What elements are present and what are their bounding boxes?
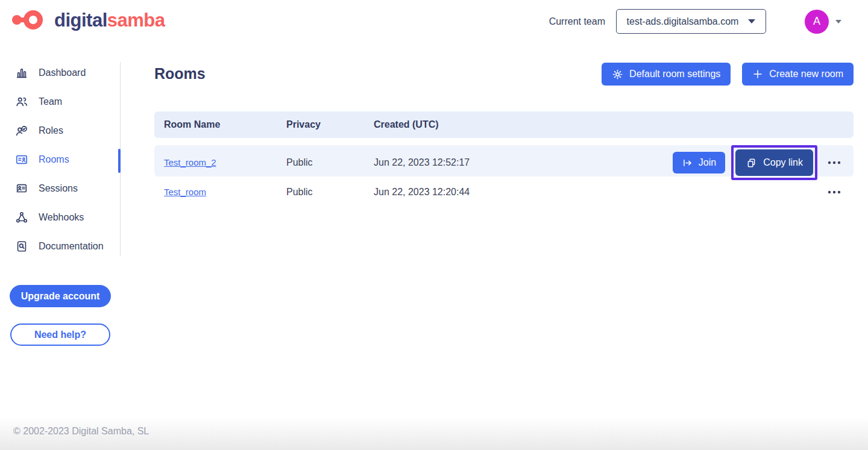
current-team-label: Current team xyxy=(549,16,605,27)
room-name-link[interactable]: Test_room_2 xyxy=(164,157,216,167)
copy-link-button-label: Copy link xyxy=(763,157,803,168)
page-action-buttons: Default room settings Create new room xyxy=(602,63,854,86)
bar-chart-icon xyxy=(15,66,28,80)
default-room-settings-label: Default room settings xyxy=(629,69,720,80)
sidebar: Dashboard Team Roles xyxy=(0,58,121,261)
doc-search-icon xyxy=(15,240,28,253)
digitalsamba-logo-icon xyxy=(12,7,46,33)
column-header-created: Created (UTC) xyxy=(374,119,854,130)
row-menu-button[interactable] xyxy=(823,158,845,167)
created-value: Jun 22, 2023 12:20:44 xyxy=(374,187,823,198)
sidebar-item-label: Roles xyxy=(39,125,63,136)
roles-icon xyxy=(15,124,28,137)
privacy-value: Public xyxy=(286,187,374,198)
column-header-privacy: Privacy xyxy=(286,119,374,130)
row-actions: Join Copy link xyxy=(673,145,854,180)
sidebar-item-roles[interactable]: Roles xyxy=(0,116,121,145)
sidebar-item-webhooks[interactable]: Webhooks xyxy=(0,203,121,232)
chevron-down-icon xyxy=(835,20,841,23)
gear-icon xyxy=(612,69,623,80)
top-bar: digitalsamba Current team test-ads.digit… xyxy=(0,0,868,43)
row-menu-button[interactable] xyxy=(823,187,845,197)
row-actions xyxy=(823,187,854,197)
copyright-text: © 2002-2023 Digital Samba, SL xyxy=(13,426,149,437)
table-row: Test_room_2 Public Jun 22, 2023 12:52:17… xyxy=(154,145,854,177)
copy-link-button[interactable]: Copy link xyxy=(735,149,813,176)
chevron-down-icon xyxy=(748,19,755,23)
team-selector-dropdown[interactable]: test-ads.digitalsamba.com xyxy=(616,9,766,34)
avatar[interactable]: A xyxy=(805,10,829,34)
copy-icon xyxy=(746,157,757,169)
column-header-room-name: Room Name xyxy=(164,119,286,130)
room-name-link[interactable]: Test_room xyxy=(164,187,206,197)
sidebar-item-label: Rooms xyxy=(39,154,69,165)
table-row: Test_room Public Jun 22, 2023 12:20:44 xyxy=(154,177,854,208)
enter-arrow-icon xyxy=(682,157,693,169)
create-new-room-label: Create new room xyxy=(769,69,843,80)
sidebar-item-label: Sessions xyxy=(39,183,78,194)
sessions-card-icon xyxy=(15,182,28,195)
table-header-row: Room Name Privacy Created (UTC) xyxy=(154,111,854,138)
privacy-value: Public xyxy=(286,157,374,168)
top-right-cluster: Current team test-ads.digitalsamba.com A xyxy=(549,9,841,34)
webhooks-nodes-icon xyxy=(15,211,28,224)
team-icon xyxy=(15,95,28,108)
id-card-icon xyxy=(15,153,28,166)
app-window: digitalsamba Current team test-ads.digit… xyxy=(0,0,868,450)
sidebar-item-sessions[interactable]: Sessions xyxy=(0,174,121,203)
ellipsis-icon xyxy=(827,160,841,165)
account-menu[interactable]: A xyxy=(805,10,841,34)
digitalsamba-wordmark: digitalsamba xyxy=(54,11,165,30)
default-room-settings-button[interactable]: Default room settings xyxy=(602,63,731,86)
sidebar-item-dashboard[interactable]: Dashboard xyxy=(0,58,121,87)
sidebar-item-team[interactable]: Team xyxy=(0,87,121,116)
upgrade-account-button[interactable]: Upgrade account xyxy=(10,285,111,307)
create-new-room-button[interactable]: Create new room xyxy=(742,63,854,86)
team-selector-value: test-ads.digitalsamba.com xyxy=(627,16,739,27)
sidebar-item-label: Webhooks xyxy=(39,212,84,223)
highlight-frame: Copy link xyxy=(731,145,817,180)
digitalsamba-logo: digitalsamba xyxy=(12,7,165,33)
plus-icon xyxy=(752,69,763,80)
join-button[interactable]: Join xyxy=(673,152,725,173)
sidebar-item-rooms[interactable]: Rooms xyxy=(0,145,121,174)
rooms-table: Room Name Privacy Created (UTC) Test_roo… xyxy=(154,111,854,208)
need-help-button[interactable]: Need help? xyxy=(10,323,110,346)
sidebar-item-documentation[interactable]: Documentation xyxy=(0,232,121,261)
join-button-label: Join xyxy=(699,157,716,168)
sidebar-item-label: Dashboard xyxy=(39,67,86,78)
sidebar-item-label: Documentation xyxy=(39,241,104,252)
ellipsis-icon xyxy=(827,190,841,195)
created-value: Jun 22, 2023 12:52:17 xyxy=(374,157,673,168)
sidebar-item-label: Team xyxy=(39,96,62,107)
page-title: Rooms xyxy=(154,65,206,83)
